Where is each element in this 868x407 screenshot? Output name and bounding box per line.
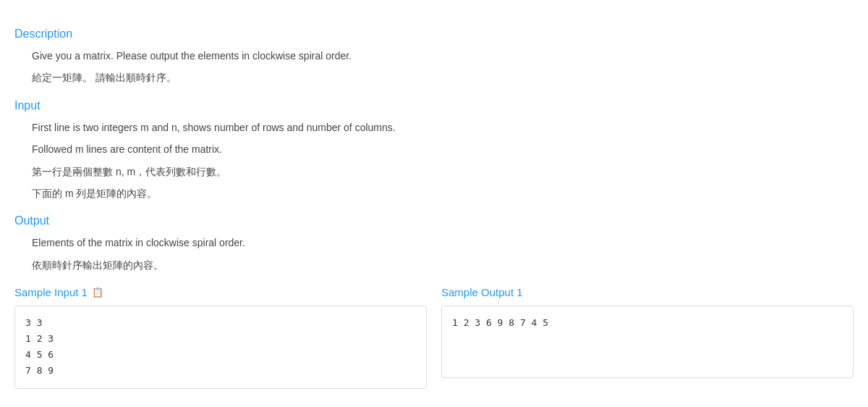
output-title: Output bbox=[14, 214, 854, 227]
output-section: Output Elements of the matrix in clockwi… bbox=[14, 214, 854, 273]
copy-icon[interactable]: 📋 bbox=[92, 287, 103, 298]
input-chinese-line2: 下面的 m 列是矩陣的內容。 bbox=[32, 185, 854, 201]
sample-output-line1: 1 2 3 6 9 8 7 4 5 bbox=[452, 315, 843, 331]
sample-input-title: Sample Input 1 📋 bbox=[14, 286, 427, 298]
output-english: Elements of the matrix in clockwise spir… bbox=[32, 235, 854, 251]
sample-input-line1: 3 3 bbox=[25, 315, 416, 331]
input-chinese-line1: 第一行是兩個整數 n, m，代表列數和行數。 bbox=[32, 164, 854, 180]
sample-output-block: Sample Output 1 1 2 3 6 9 8 7 4 5 bbox=[441, 286, 854, 388]
output-chinese: 依順時針序輸出矩陣的內容。 bbox=[32, 257, 854, 273]
sample-output-box: 1 2 3 6 9 8 7 4 5 bbox=[441, 306, 854, 378]
description-title: Description bbox=[14, 28, 854, 41]
sample-output-title: Sample Output 1 bbox=[441, 286, 854, 298]
sample-input-box: 3 3 1 2 3 4 5 6 7 8 9 bbox=[14, 306, 427, 388]
sample-input-line3: 4 5 6 bbox=[25, 347, 416, 363]
input-section: Input First line is two integers m and n… bbox=[14, 99, 854, 202]
sample-section: Sample Input 1 📋 3 3 1 2 3 4 5 6 7 8 9 S… bbox=[14, 286, 854, 388]
description-english: Give you a matrix. Please output the ele… bbox=[32, 48, 854, 64]
input-title: Input bbox=[14, 99, 854, 112]
sample-input-block: Sample Input 1 📋 3 3 1 2 3 4 5 6 7 8 9 bbox=[14, 286, 427, 388]
sample-input-line4: 7 8 9 bbox=[25, 363, 416, 379]
input-english-line1: First line is two integers m and n, show… bbox=[32, 119, 854, 135]
input-english-line2: Followed m lines are content of the matr… bbox=[32, 141, 854, 157]
description-section: Description Give you a matrix. Please ou… bbox=[14, 28, 854, 86]
sample-input-line2: 1 2 3 bbox=[25, 331, 416, 347]
sample-output-label: Sample Output 1 bbox=[441, 286, 523, 298]
sample-input-label: Sample Input 1 bbox=[14, 286, 88, 298]
description-chinese: 給定一矩陣。 請輸出順時針序。 bbox=[32, 70, 854, 85]
